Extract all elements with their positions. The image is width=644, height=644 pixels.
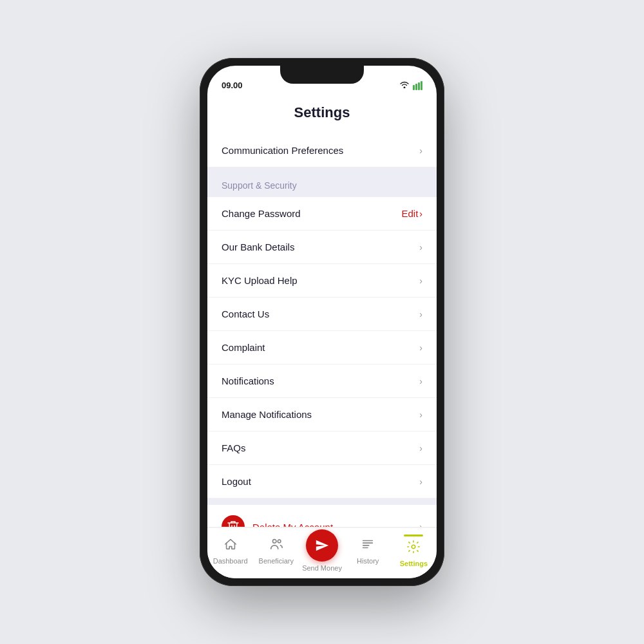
nav-item-history[interactable]: History	[345, 537, 391, 565]
chevron-icon: ›	[419, 376, 422, 386]
svg-point-1	[278, 540, 281, 543]
page-title: Settings	[207, 94, 437, 134]
notifications-item[interactable]: Notifications ›	[207, 365, 437, 398]
kyc-upload-item[interactable]: KYC Upload Help ›	[207, 264, 437, 298]
chevron-icon: ›	[419, 443, 422, 453]
history-icon	[361, 537, 375, 555]
home-icon	[223, 537, 238, 555]
chevron-icon: ›	[419, 146, 422, 156]
chevron-icon: ›	[419, 276, 422, 286]
notifications-label: Notifications	[222, 375, 274, 386]
svg-point-2	[412, 545, 416, 549]
delete-icon	[222, 515, 245, 527]
svg-point-0	[272, 539, 276, 543]
active-indicator	[404, 535, 423, 536]
nav-send-money-label: Send Money	[302, 564, 342, 572]
beneficiary-icon	[269, 537, 283, 555]
edit-button[interactable]: Edit ›	[401, 208, 422, 219]
notch	[280, 66, 364, 84]
status-icons	[399, 80, 422, 90]
faqs-label: FAQs	[222, 442, 246, 453]
logout-label: Logout	[222, 476, 251, 487]
chevron-icon: ›	[419, 477, 422, 487]
nav-item-beneficiary[interactable]: Beneficiary	[253, 537, 299, 565]
bottom-nav: Dashboard Beneficiary	[207, 527, 437, 578]
battery-icon	[413, 81, 422, 90]
communication-preferences-label: Communication Preferences	[222, 145, 343, 156]
status-time: 09.00	[222, 80, 243, 90]
manage-notifications-label: Manage Notifications	[222, 409, 312, 420]
delete-account-item[interactable]: Delete My Account ›	[207, 505, 437, 527]
bank-details-label: Our Bank Details	[222, 242, 294, 252]
chevron-icon: ›	[419, 343, 422, 353]
bank-details-item[interactable]: Our Bank Details ›	[207, 231, 437, 264]
section-divider-2	[207, 498, 437, 505]
chevron-icon: ›	[419, 410, 422, 420]
chevron-icon: ›	[419, 242, 422, 252]
kyc-upload-label: KYC Upload Help	[222, 275, 298, 286]
nav-item-send-money[interactable]: Send Money	[299, 529, 345, 572]
screen-content: Settings Communication Preferences › Sup…	[207, 94, 437, 527]
faqs-item[interactable]: FAQs ›	[207, 431, 437, 465]
change-password-item[interactable]: Change Password Edit ›	[207, 197, 437, 231]
change-password-label: Change Password	[222, 208, 301, 219]
chevron-icon: ›	[419, 309, 422, 319]
delete-account-label: Delete My Account	[252, 522, 333, 527]
contact-us-item[interactable]: Contact Us ›	[207, 298, 437, 331]
logout-item[interactable]: Logout ›	[207, 465, 437, 498]
send-money-button[interactable]	[306, 529, 338, 562]
manage-notifications-item[interactable]: Manage Notifications ›	[207, 398, 437, 431]
nav-dashboard-label: Dashboard	[213, 557, 248, 565]
nav-item-dashboard[interactable]: Dashboard	[207, 537, 253, 565]
section-divider	[207, 167, 437, 174]
communication-preferences-item[interactable]: Communication Preferences ›	[207, 134, 437, 167]
complaint-label: Complaint	[222, 342, 265, 353]
phone-screen: 09.00 Settings	[207, 66, 437, 578]
nav-beneficiary-label: Beneficiary	[259, 557, 294, 565]
complaint-item[interactable]: Complaint ›	[207, 331, 437, 365]
nav-history-label: History	[357, 557, 379, 565]
contact-us-label: Contact Us	[222, 308, 269, 319]
nav-settings-label: Settings	[400, 560, 428, 567]
chevron-icon: ›	[419, 522, 422, 527]
edit-chevron-icon: ›	[419, 209, 422, 219]
phone-frame: 09.00 Settings	[200, 58, 444, 586]
wifi-icon	[399, 80, 410, 90]
nav-item-settings[interactable]: Settings	[391, 535, 437, 567]
support-security-header: Support & Security	[207, 174, 437, 197]
settings-icon	[406, 540, 421, 558]
